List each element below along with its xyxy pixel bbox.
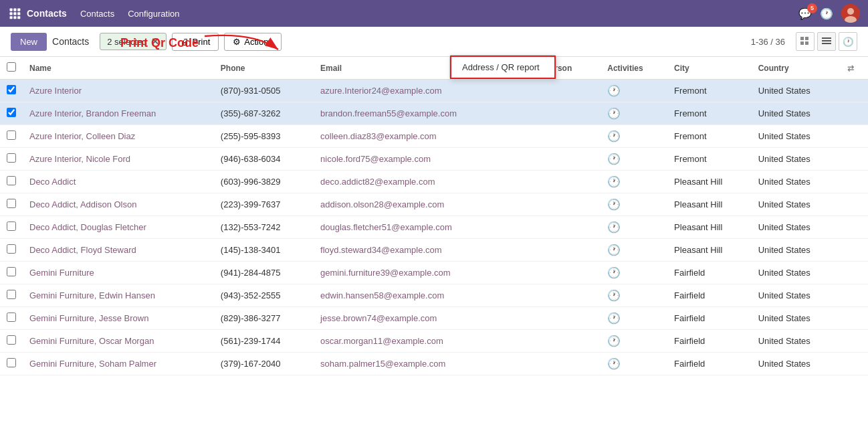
nav-contacts[interactable]: Contacts [75,6,120,21]
contact-name-link[interactable]: Deco Addict [29,177,76,187]
selection-clear-button[interactable]: ✕ [151,36,159,47]
list-view-button[interactable] [817,32,836,51]
header-adjust[interactable]: ⇄ [841,57,868,80]
contact-email-link[interactable]: azure.Interior24@example.com [320,86,442,96]
contact-name-link[interactable]: Azure Interior, Colleen Diaz [29,131,135,141]
row-checkbox[interactable] [7,358,16,367]
activity-clock-icon[interactable]: 🕐 [607,199,621,210]
apps-menu-button[interactable] [8,7,21,20]
row-checkbox[interactable] [7,108,16,117]
row-checkbox-cell [0,125,23,148]
contact-email-link[interactable]: oscar.morgan11@example.com [320,336,443,346]
header-country[interactable]: Country [752,57,841,80]
row-checkbox[interactable] [7,290,16,299]
row-checkbox[interactable] [7,335,16,345]
row-checkbox[interactable] [7,221,16,231]
header-activities[interactable]: Activities [601,57,667,80]
row-extra [841,80,868,102]
contact-name-link[interactable]: Gemini Furniture, Edwin Hansen [29,290,155,300]
activity-clock-icon[interactable]: 🕐 [607,221,621,233]
activity-clock-icon[interactable]: 🕐 [607,313,621,324]
contact-email-link[interactable]: soham.palmer15@example.com [320,359,445,369]
table-row: Deco Addict, Douglas Fletcher (132)-553-… [0,216,868,239]
row-email: brandon.freeman55@example.com [314,102,518,125]
table-body: Azure Interior (870)-931-0505 azure.Inte… [0,80,868,375]
svg-rect-8 [17,16,20,19]
row-checkbox[interactable] [7,199,16,208]
row-checkbox[interactable] [7,244,16,254]
svg-rect-5 [17,12,20,15]
messages-icon[interactable]: 💬 5 [798,7,812,20]
activity-clock-icon[interactable]: 🕐 [607,85,621,96]
row-checkbox-cell [0,193,23,216]
row-checkbox[interactable] [7,313,16,322]
activity-clock-icon[interactable]: 🕐 [607,176,621,187]
contact-name-link[interactable]: Deco Addict, Douglas Fletcher [29,222,146,232]
contact-email-link[interactable]: jesse.brown74@example.com [320,313,437,323]
row-checkbox[interactable] [7,176,16,185]
activity-clock-icon[interactable]: 🕐 [607,358,621,369]
activity-clock-icon[interactable]: 🕐 [607,335,621,347]
contact-name-link[interactable]: Gemini Furniture [29,268,94,278]
row-extra [841,125,868,148]
row-email: deco.addict82@example.com [314,171,518,193]
table-header-row: Name Phone Email Salesperson Activities … [0,57,868,80]
row-email: floyd.steward34@example.com [314,239,518,262]
clock-icon[interactable]: 🕐 [820,7,833,20]
contact-email-link[interactable]: gemini.furniture39@example.com [320,268,451,278]
row-city: Fremont [667,148,752,171]
header-name[interactable]: Name [23,57,214,80]
user-avatar[interactable] [841,4,860,23]
contact-email-link[interactable]: floyd.steward34@example.com [320,245,442,255]
kanban-view-button[interactable] [796,32,815,51]
actions-button[interactable]: ⚙ Actions [224,33,282,51]
contact-name-link[interactable]: Azure Interior, Nicole Ford [29,154,130,164]
contact-name-link[interactable]: Gemini Furniture, Soham Palmer [29,359,156,369]
contact-name-link[interactable]: Deco Addict, Floyd Steward [29,245,136,255]
new-button[interactable]: New [11,33,47,51]
nav-configuration[interactable]: Configuration [122,6,185,21]
row-phone: (870)-931-0505 [214,80,314,102]
activity-clock-icon[interactable]: 🕐 [607,244,621,256]
activity-view-button[interactable]: 🕐 [839,32,857,51]
contact-email-link[interactable]: nicole.ford75@example.com [320,154,431,164]
row-city: Pleasant Hill [667,171,752,193]
contact-name-link[interactable]: Deco Addict, Addison Olson [29,199,136,209]
view-toggle: 🕐 [796,32,857,51]
row-checkbox[interactable] [7,267,16,276]
contact-email-link[interactable]: addison.olson28@example.com [320,199,444,209]
dropdown-item-qr-report[interactable]: Address / QR report [450,56,556,79]
header-phone[interactable]: Phone [214,57,314,80]
row-checkbox[interactable] [7,85,16,94]
activity-clock-icon[interactable]: 🕐 [607,290,621,301]
row-email: azure.Interior24@example.com [314,80,518,102]
row-extra [841,171,868,193]
contact-name-link[interactable]: Azure Interior, Brandon Freeman [29,108,156,118]
print-icon: 🖨 [181,37,189,47]
contact-email-link[interactable]: colleen.diaz83@example.com [320,131,437,141]
activity-clock-icon[interactable]: 🕐 [607,130,621,142]
row-checkbox[interactable] [7,130,16,140]
activity-clock-icon[interactable]: 🕐 [607,153,621,165]
row-city: Pleasant Hill [667,239,752,262]
row-country: United States [752,239,841,262]
contact-name-link[interactable]: Gemini Furniture, Jesse Brown [29,313,148,323]
activity-clock-icon[interactable]: 🕐 [607,267,621,278]
kanban-icon [800,37,810,46]
select-all-checkbox[interactable] [7,62,16,72]
contact-name-link[interactable]: Azure Interior [29,86,82,96]
row-checkbox[interactable] [7,153,16,163]
app-brand: Contacts [27,8,67,19]
table-row: Gemini Furniture, Edwin Hansen (943)-352… [0,284,868,307]
contact-email-link[interactable]: douglas.fletcher51@example.com [320,222,452,232]
table-row: Azure Interior (870)-931-0505 azure.Inte… [0,80,868,102]
activity-clock-icon[interactable]: 🕐 [607,108,621,119]
row-extra [841,307,868,330]
contact-email-link[interactable]: edwin.hansen58@example.com [320,290,444,300]
contact-email-link[interactable]: deco.addict82@example.com [320,177,435,187]
row-extra [841,148,868,171]
print-button[interactable]: 🖨 Print [172,33,219,51]
header-city[interactable]: City [667,57,752,80]
contact-email-link[interactable]: brandon.freeman55@example.com [320,108,457,118]
contact-name-link[interactable]: Gemini Furniture, Oscar Morgan [29,336,154,346]
